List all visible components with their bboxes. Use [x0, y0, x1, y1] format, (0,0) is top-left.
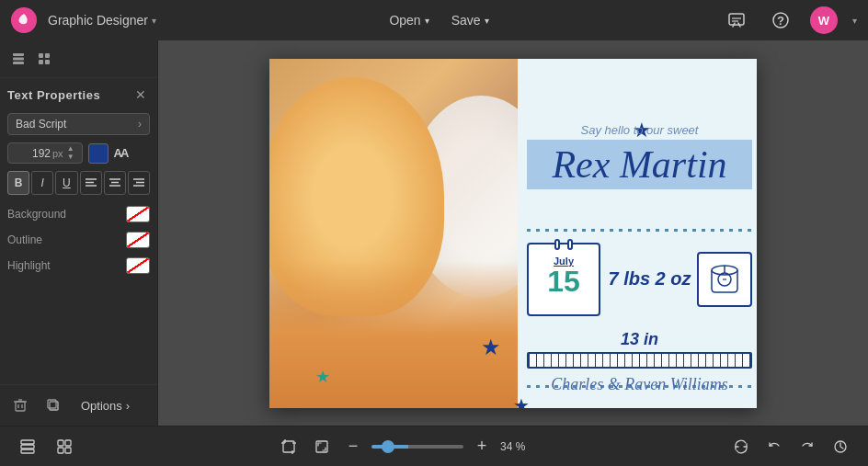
bottom-right-controls: [728, 434, 853, 460]
zoom-out-button[interactable]: −: [342, 436, 364, 458]
scale-icon: [697, 252, 752, 307]
zoom-percent-label: 34 %: [500, 440, 530, 453]
text-properties-title: Text Properties: [7, 88, 100, 102]
align-left-button[interactable]: [80, 171, 102, 195]
name-text: Rex Martin: [534, 145, 745, 184]
background-label: Background: [7, 208, 66, 221]
font-size-input[interactable]: [14, 147, 51, 160]
zoom-in-button[interactable]: +: [471, 436, 493, 458]
redo-button[interactable]: [794, 434, 820, 460]
grid-icon-button[interactable]: [31, 46, 57, 72]
svg-rect-5: [13, 53, 24, 56]
font-size-up-button[interactable]: ▲: [65, 145, 76, 153]
grid-bottom-button[interactable]: [51, 434, 77, 460]
close-panel-button[interactable]: ✕: [131, 85, 150, 104]
topbar-center: Open ▾ Save ▾: [167, 9, 711, 31]
open-button[interactable]: Open ▾: [382, 9, 436, 31]
svg-rect-6: [13, 58, 24, 61]
svg-rect-21: [16, 402, 25, 411]
panel-toolbar: [0, 40, 157, 78]
layers-icon-button[interactable]: [6, 46, 31, 72]
svg-text:?: ?: [777, 14, 784, 28]
outline-property-row: Outline: [7, 230, 150, 250]
background-color-swatch[interactable]: [126, 206, 150, 222]
underline-button[interactable]: U: [55, 171, 77, 195]
calendar-day: 15: [547, 267, 580, 296]
length-row: 13 in: [527, 330, 752, 369]
sync-button[interactable]: [728, 434, 754, 460]
save-button[interactable]: Save ▾: [444, 9, 497, 31]
length-text: 13 in: [527, 330, 752, 349]
svg-rect-33: [21, 440, 34, 444]
font-size-aa-toggle[interactable]: AA: [114, 146, 128, 160]
svg-rect-39: [65, 448, 71, 453]
design-canvas[interactable]: ★ ★ ★ ★ ★ Say hello to our sweet Rex Mar…: [269, 59, 757, 408]
star-decoration-5: ★: [513, 394, 530, 408]
calendar-ring-right: [567, 239, 573, 250]
user-avatar[interactable]: W: [810, 6, 838, 34]
font-size-down-button[interactable]: ▼: [65, 153, 76, 161]
user-menu-chevron[interactable]: ▾: [852, 16, 857, 26]
font-size-row: px ▲ ▼ AA: [7, 142, 150, 164]
duplicate-element-button[interactable]: [40, 392, 66, 418]
font-selector-arrow: ›: [138, 118, 142, 131]
bottom-bar: − + 34 %: [0, 426, 868, 466]
text-properties-header: Text Properties ✕: [7, 85, 150, 104]
topbar: Graphic Designer ▾ Open ▾ Save ▾ ?: [0, 0, 868, 40]
options-button[interactable]: Options ›: [74, 395, 137, 416]
background-property-row: Background: [7, 204, 150, 224]
calendar-rings: [554, 239, 573, 250]
svg-rect-10: [39, 60, 43, 64]
delete-element-button[interactable]: [7, 392, 33, 418]
font-name-label: Bad Script: [16, 118, 66, 131]
left-panel: Text Properties ✕ Bad Script › px ▲ ▼: [0, 40, 158, 426]
app-name-label: Graphic Designer: [48, 13, 148, 28]
name-banner: Rex Martin: [527, 140, 752, 189]
app-logo[interactable]: [11, 7, 37, 33]
text-properties-panel: Text Properties ✕ Bad Script › px ▲ ▼: [0, 78, 157, 289]
font-size-input-wrap: px ▲ ▼: [7, 142, 83, 164]
align-center-button[interactable]: [104, 171, 126, 195]
panel-bottom: Options ›: [0, 384, 157, 426]
main-content: Text Properties ✕ Bad Script › px ▲ ▼: [0, 40, 868, 426]
weight-text: 7 lbs 2 oz: [608, 268, 691, 290]
undo-button[interactable]: [761, 434, 787, 460]
svg-rect-9: [45, 53, 50, 58]
align-right-button[interactable]: [128, 171, 150, 195]
bold-button[interactable]: B: [7, 171, 29, 195]
text-format-row: B I U: [7, 171, 150, 195]
calendar-box: July 15: [527, 243, 600, 316]
svg-rect-8: [39, 53, 43, 58]
calendar-ring-left: [554, 239, 560, 250]
zoom-slider[interactable]: [371, 445, 463, 449]
highlight-label: Highlight: [7, 259, 51, 272]
svg-rect-38: [58, 448, 63, 453]
svg-rect-7: [13, 62, 24, 64]
zoom-controls: − + 34 %: [88, 434, 717, 460]
say-hello-text: Say hello to our sweet: [527, 123, 752, 137]
topbar-right: ? W ▾: [722, 6, 857, 35]
font-color-swatch[interactable]: [88, 143, 108, 164]
layers-bottom-button[interactable]: [15, 434, 40, 460]
parents-text: Charles & Raven Williams: [527, 375, 752, 394]
canvas-area: ★ ★ ★ ★ ★ Say hello to our sweet Rex Mar…: [158, 40, 868, 426]
app-name-chevron: ▾: [152, 16, 156, 26]
crop-button[interactable]: [276, 434, 302, 460]
outline-color-swatch[interactable]: [126, 232, 150, 248]
app-name-button[interactable]: Graphic Designer ▾: [48, 13, 156, 28]
svg-rect-11: [45, 60, 50, 64]
highlight-property-row: Highlight: [7, 256, 150, 276]
svg-rect-37: [65, 440, 71, 446]
font-size-unit: px: [52, 148, 63, 159]
ruler-bar: [527, 352, 752, 369]
italic-button[interactable]: I: [31, 171, 53, 195]
outline-label: Outline: [7, 233, 42, 246]
font-size-steppers: ▲ ▼: [65, 145, 76, 161]
chat-icon-button[interactable]: [722, 6, 751, 35]
font-selector[interactable]: Bad Script ›: [7, 113, 150, 135]
expand-button[interactable]: [309, 434, 335, 460]
svg-rect-0: [729, 14, 744, 25]
history-button[interactable]: [828, 434, 853, 460]
help-icon-button[interactable]: ?: [766, 6, 795, 35]
highlight-color-swatch[interactable]: [126, 257, 150, 274]
